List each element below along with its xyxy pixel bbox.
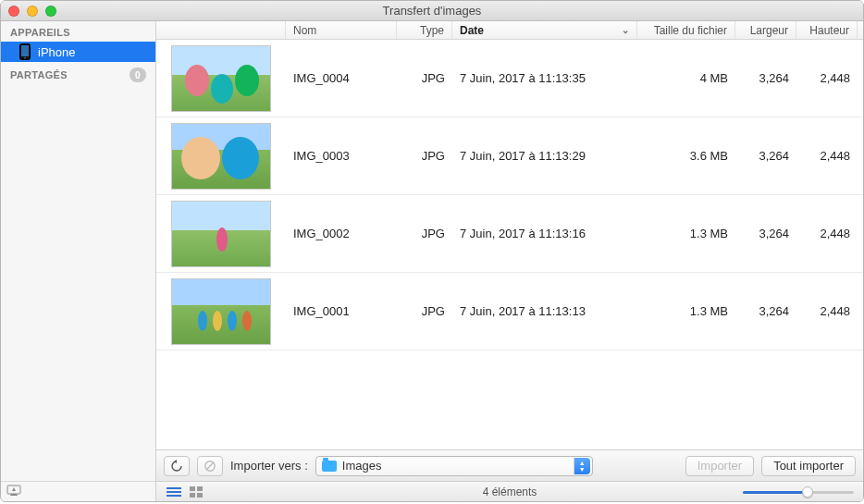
svg-rect-6 xyxy=(167,487,181,489)
cell-date: 7 Juin, 2017 à 11:13:35 xyxy=(452,71,637,85)
list-view-button[interactable] xyxy=(164,485,184,499)
sidebar-footer xyxy=(1,481,155,501)
content-split: APPAREILS iPhone PARTAGÉS 0 xyxy=(1,21,863,501)
svg-line-5 xyxy=(206,462,214,470)
sidebar: APPAREILS iPhone PARTAGÉS 0 xyxy=(1,21,156,501)
import-all-button[interactable]: Tout importer xyxy=(761,456,856,476)
column-width[interactable]: Largeur xyxy=(735,21,796,39)
import-destination-popup[interactable]: Images ▲▼ xyxy=(315,456,593,476)
table-row[interactable]: IMG_0002 JPG 7 Juin, 2017 à 11:13:16 1.3… xyxy=(156,195,863,273)
sidebar-section-shared: PARTAGÉS 0 xyxy=(1,62,155,86)
cell-height: 2,448 xyxy=(796,227,858,240)
column-name[interactable]: Nom xyxy=(286,21,397,39)
table-header: Nom Type Date ⌄ Taille du fichier Largeu… xyxy=(156,21,863,40)
cell-height: 2,448 xyxy=(796,304,858,318)
cell-name: IMG_0003 xyxy=(286,149,397,163)
cell-name: IMG_0004 xyxy=(286,71,397,85)
cell-width: 3,264 xyxy=(735,304,796,318)
thumbnail xyxy=(171,45,271,112)
svg-rect-10 xyxy=(197,486,203,491)
cell-date: 7 Juin, 2017 à 11:13:16 xyxy=(452,227,637,240)
cell-date: 7 Juin, 2017 à 11:13:29 xyxy=(452,149,637,163)
iphone-icon xyxy=(19,43,31,60)
table-row[interactable]: IMG_0003 JPG 7 Juin, 2017 à 11:13:29 3.6… xyxy=(156,117,863,195)
cell-size: 3.6 MB xyxy=(637,149,735,163)
show-device-settings-icon[interactable] xyxy=(6,484,21,499)
window-title: Transfert d'images xyxy=(1,4,863,18)
table-row[interactable]: IMG_0001 JPG 7 Juin, 2017 à 11:13:13 1.3… xyxy=(156,273,863,350)
no-entry-icon xyxy=(204,460,216,473)
cell-name: IMG_0002 xyxy=(286,227,397,240)
sidebar-item-iphone[interactable]: iPhone xyxy=(1,42,155,62)
svg-rect-11 xyxy=(190,493,195,498)
zoom-icon[interactable] xyxy=(45,6,56,17)
cell-type: JPG xyxy=(397,304,452,318)
rotate-button[interactable] xyxy=(164,456,190,476)
cell-date: 7 Juin, 2017 à 11:13:13 xyxy=(452,304,637,318)
svg-rect-7 xyxy=(167,491,181,493)
column-size[interactable]: Taille du fichier xyxy=(637,21,735,39)
grid-view-button[interactable] xyxy=(186,485,206,499)
column-height[interactable]: Hauteur xyxy=(796,21,858,39)
cell-width: 3,264 xyxy=(735,149,796,163)
sidebar-section-label: PARTAGÉS xyxy=(10,69,68,80)
cell-width: 3,264 xyxy=(735,71,796,85)
shared-count-badge: 0 xyxy=(130,68,146,82)
slider-knob[interactable] xyxy=(802,486,813,498)
cell-size: 1.3 MB xyxy=(637,227,735,240)
import-button[interactable]: Importer xyxy=(685,456,754,476)
close-icon[interactable] xyxy=(8,6,19,17)
import-destination-value: Images xyxy=(342,459,382,473)
thumbnail-size-slider[interactable] xyxy=(743,486,854,498)
window-controls xyxy=(8,6,56,17)
cell-height: 2,448 xyxy=(796,149,858,163)
column-date-label: Date xyxy=(460,24,484,37)
svg-rect-12 xyxy=(197,493,203,498)
rotate-icon xyxy=(170,460,183,473)
column-thumbnail[interactable] xyxy=(156,21,286,39)
window: Transfert d'images APPAREILS iPhone PART… xyxy=(0,0,864,502)
svg-rect-9 xyxy=(190,486,195,491)
cell-size: 4 MB xyxy=(637,71,735,85)
import-to-label: Importer vers : xyxy=(230,459,308,473)
cell-height: 2,448 xyxy=(796,71,858,85)
folder-icon xyxy=(322,461,337,472)
popup-arrows-icon: ▲▼ xyxy=(574,458,590,474)
column-date[interactable]: Date ⌄ xyxy=(452,21,637,39)
minimize-icon[interactable] xyxy=(27,6,38,17)
sidebar-section-devices: APPAREILS xyxy=(1,21,155,42)
delete-button[interactable] xyxy=(197,456,223,476)
status-bar: 4 éléments xyxy=(156,481,863,501)
cell-size: 1.3 MB xyxy=(637,304,735,318)
thumbnail xyxy=(171,201,271,267)
cell-name: IMG_0001 xyxy=(286,304,397,318)
chevron-down-icon: ⌄ xyxy=(622,25,629,35)
list-icon xyxy=(167,486,181,498)
cell-width: 3,264 xyxy=(735,227,796,240)
table-row[interactable]: IMG_0004 JPG 7 Juin, 2017 à 11:13:35 4 M… xyxy=(156,40,863,117)
titlebar: Transfert d'images xyxy=(1,1,863,21)
thumbnail xyxy=(171,123,271,190)
sidebar-section-label: APPAREILS xyxy=(10,27,70,38)
svg-point-2 xyxy=(24,57,26,59)
table-body: IMG_0004 JPG 7 Juin, 2017 à 11:13:35 4 M… xyxy=(156,40,863,449)
thumbnail xyxy=(171,278,271,345)
cell-type: JPG xyxy=(397,71,452,85)
column-type[interactable]: Type xyxy=(397,21,452,39)
cell-type: JPG xyxy=(397,227,452,240)
main-pane: Nom Type Date ⌄ Taille du fichier Largeu… xyxy=(156,21,863,501)
grid-icon xyxy=(190,486,203,498)
svg-rect-1 xyxy=(21,45,29,56)
svg-rect-8 xyxy=(167,495,181,497)
bottom-toolbar: Importer vers : Images ▲▼ Importer Tout … xyxy=(156,449,863,481)
sidebar-item-label: iPhone xyxy=(38,45,75,59)
cell-type: JPG xyxy=(397,149,452,163)
